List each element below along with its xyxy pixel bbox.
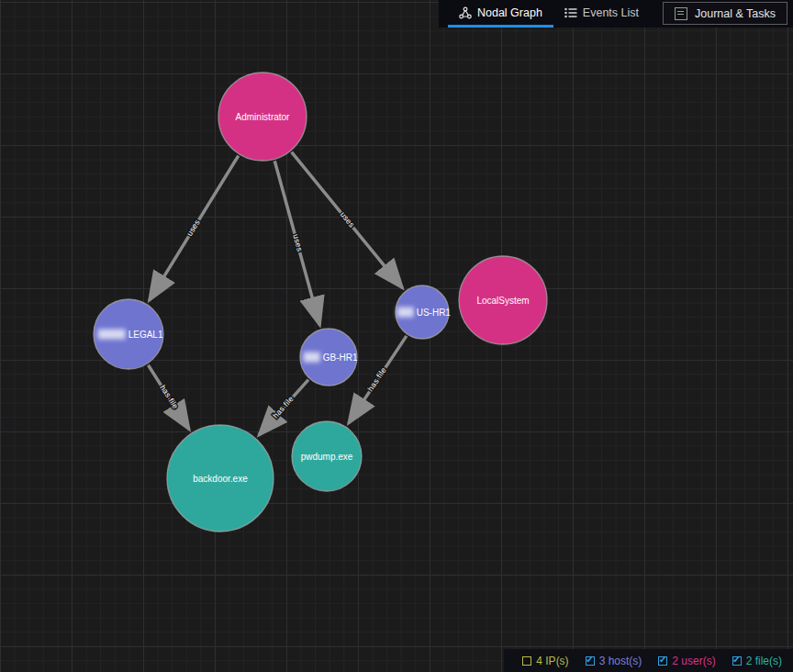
nodal-graph-icon (459, 6, 472, 19)
edge-label: uses (291, 233, 305, 252)
user-filter-label: 2 user(s) (672, 655, 715, 667)
node-label: Administrator (236, 112, 291, 122)
node-label: GB-HR1 (323, 353, 358, 363)
file-checkbox[interactable] (732, 656, 742, 666)
graph-node-administrator[interactable]: Administrator (218, 73, 307, 161)
tab-nodal-graph[interactable]: Nodal Graph (448, 0, 553, 28)
ip-filter-label: 4 IP(s) (536, 655, 568, 667)
edges-layer: usesusesuseshas filehas filehas file (148, 152, 406, 435)
filter-user[interactable]: 2 user(s) (658, 655, 715, 667)
filter-host[interactable]: 3 host(s) (586, 655, 642, 667)
edge-label: has file (158, 383, 180, 410)
filter-file[interactable]: 2 file(s) (732, 655, 782, 667)
graph-edge-administrator-legal1: uses (150, 156, 239, 301)
graph-edge-administrator-us-hr1: uses (292, 152, 403, 288)
filter-ip[interactable]: 4 IP(s) (522, 655, 568, 667)
graph-node-localsystem[interactable]: LocalSystem (459, 256, 547, 344)
graph-edge-administrator-gb-hr1: uses (274, 161, 319, 325)
user-checkbox[interactable] (658, 656, 667, 666)
journal-tasks-label: Journal & Tasks (695, 7, 776, 20)
journal-tasks-button[interactable]: Journal & Tasks (663, 2, 787, 25)
redaction-blur (304, 353, 320, 363)
tab-events-list[interactable]: Events List (553, 0, 650, 28)
entity-filter-bar: 4 IP(s) 3 host(s) 2 user(s) 2 file(s) (504, 649, 793, 672)
node-label: LEGAL1 (128, 330, 163, 340)
graph-edge-gb-hr1-backdoor.exe: has file (259, 380, 308, 435)
journal-tasks-icon (675, 7, 687, 20)
graph-node-gb-hr1[interactable]: GB-HR1 (300, 329, 358, 386)
redaction-blur (397, 308, 414, 318)
graph-node-us-hr1[interactable]: US-HR1 (396, 286, 451, 339)
tab-nodal-graph-label: Nodal Graph (477, 6, 542, 19)
host-checkbox[interactable] (586, 656, 595, 666)
nodes-layer: AdministratorLocalSystemLEGAL1GB-HR1US-H… (94, 73, 547, 532)
redaction-blur (98, 330, 126, 340)
graph-edge-us-hr1-pwdump.exe: has file (349, 336, 407, 423)
graph-node-pwdump.exe[interactable]: pwdump.exe (292, 421, 362, 491)
tab-events-list-label: Events List (583, 6, 639, 19)
graph-edge-legal1-backdoor.exe: has file (148, 365, 189, 430)
node-label: LocalSystem (476, 296, 529, 306)
node-label: pwdump.exe (301, 452, 353, 462)
events-list-icon (564, 7, 577, 18)
host-filter-label: 3 host(s) (599, 655, 642, 667)
node-label: backdoor.exe (193, 474, 248, 484)
node-label: US-HR1 (417, 308, 452, 318)
app-root: { "tabs": { "nodal_graph": "Nodal Graph"… (0, 0, 793, 672)
graph-node-legal1[interactable]: LEGAL1 (94, 299, 163, 369)
edge-label: has file (365, 365, 388, 393)
edge-label: has file (271, 394, 296, 420)
graph-node-backdoor.exe[interactable]: backdoor.exe (167, 425, 274, 532)
graph-canvas[interactable]: usesusesuseshas filehas filehas file Adm… (0, 0, 793, 672)
view-tab-bar: Nodal Graph Events List Journal & Tasks (439, 0, 793, 28)
file-filter-label: 2 file(s) (746, 655, 782, 667)
ip-checkbox[interactable] (522, 656, 531, 666)
